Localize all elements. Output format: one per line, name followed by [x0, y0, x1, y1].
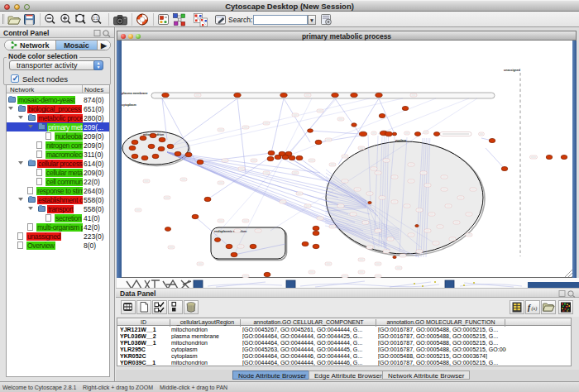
svg-text:1:1: 1:1 — [93, 17, 98, 21]
svg-text:unassigned: unassigned — [504, 69, 520, 72]
svg-text:f: f — [528, 304, 531, 312]
svg-text:cytoplasm: cytoplasm — [122, 103, 136, 107]
svg-text:nucleus: nucleus — [395, 139, 407, 142]
svg-text:plasma membrane: plasma membrane — [122, 92, 148, 95]
svg-text:(x): (x) — [532, 306, 538, 312]
